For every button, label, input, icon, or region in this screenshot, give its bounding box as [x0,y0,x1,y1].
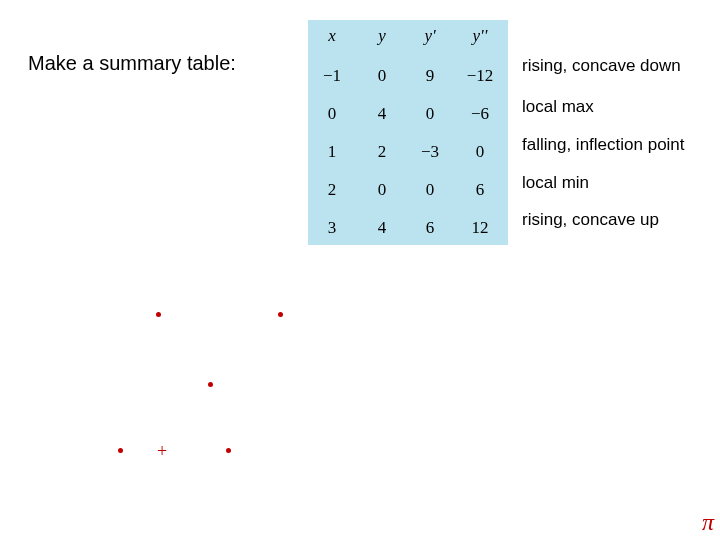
plot-point-icon [278,312,283,317]
cell-ypp: 0 [456,142,504,162]
col-y: y [362,26,402,46]
table-row: 1 2 −3 0 [308,134,508,172]
plot-point-icon [208,382,213,387]
cell-ypp: −6 [456,104,504,124]
row-description: local min [522,173,589,193]
instruction-heading: Make a summary table: [28,52,236,75]
table-row: 2 0 0 6 [308,172,508,210]
summary-table: x y y' y'' −1 0 9 −12 0 4 0 −6 1 2 −3 0 … [308,20,508,245]
cell-y: 2 [362,142,402,162]
row-description: falling, inflection point [522,135,685,155]
col-ypp: y'' [456,26,504,46]
plot-point-icon [118,448,123,453]
cell-x: 0 [312,104,352,124]
cell-y: 0 [362,180,402,200]
plot-point-icon [156,312,161,317]
plus-marker-icon: + [157,442,167,460]
cell-ypp: 6 [456,180,504,200]
cell-x: 1 [312,142,352,162]
table-row: 0 4 0 −6 [308,96,508,134]
cell-yp: 9 [408,66,452,86]
cell-ypp: 12 [456,218,504,238]
row-description: rising, concave up [522,210,659,230]
table-header-row: x y y' y'' [308,20,508,58]
cell-x: −1 [312,66,352,86]
table-row: 3 4 6 12 [308,210,508,248]
cell-yp: 0 [408,180,452,200]
col-x: x [312,26,352,46]
cell-y: 4 [362,104,402,124]
plot-point-icon [226,448,231,453]
cell-yp: −3 [408,142,452,162]
pi-symbol: π [702,509,714,536]
cell-y: 4 [362,218,402,238]
row-description: rising, concave down [522,56,681,76]
cell-x: 2 [312,180,352,200]
cell-x: 3 [312,218,352,238]
cell-yp: 6 [408,218,452,238]
row-description: local max [522,97,594,117]
cell-yp: 0 [408,104,452,124]
cell-y: 0 [362,66,402,86]
col-yp: y' [408,26,452,46]
cell-ypp: −12 [456,66,504,86]
table-row: −1 0 9 −12 [308,58,508,96]
